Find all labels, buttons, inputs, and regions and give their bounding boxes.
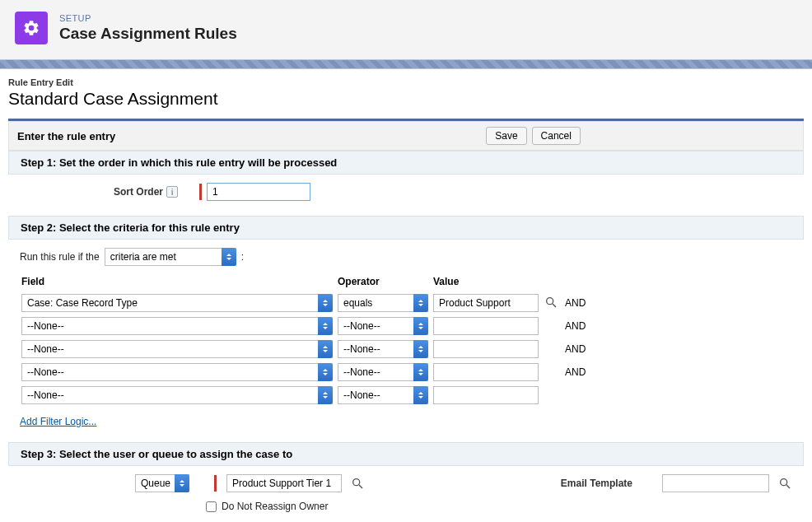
cancel-button[interactable]: Cancel xyxy=(532,127,581,145)
lookup-icon[interactable] xyxy=(544,295,558,310)
required-indicator xyxy=(199,184,202,200)
value-input[interactable] xyxy=(433,317,539,335)
and-label: AND xyxy=(565,292,589,314)
step3-header: Step 3: Select the user or queue to assi… xyxy=(8,442,804,466)
do-not-reassign-label: Do Not Reassign Owner xyxy=(222,501,328,512)
and-label: AND xyxy=(565,361,589,383)
header-ribbon xyxy=(0,59,812,69)
step1-header: Step 1: Set the order in which this rule… xyxy=(8,151,804,175)
breadcrumb: Rule Entry Edit xyxy=(8,77,804,87)
value-input[interactable] xyxy=(433,294,539,312)
setup-header: SETUP Case Assignment Rules xyxy=(0,0,812,59)
lookup-icon[interactable] xyxy=(350,476,365,491)
svg-point-2 xyxy=(353,479,360,486)
svg-point-4 xyxy=(781,479,787,486)
operator-select[interactable]: --None-- xyxy=(338,317,428,335)
run-rule-row: Run this rule if the criteria are met : xyxy=(20,248,792,266)
lookup-icon[interactable] xyxy=(777,476,792,491)
criteria-mode-select[interactable]: criteria are met xyxy=(105,248,236,266)
enter-rule-entry-header: Enter the rule entry Save Cancel xyxy=(8,121,804,151)
colon: : xyxy=(241,251,244,263)
svg-point-0 xyxy=(547,298,553,305)
operator-select[interactable]: equals xyxy=(338,294,428,312)
page-title: Case Assignment Rules xyxy=(59,25,237,43)
value-input[interactable] xyxy=(433,340,539,358)
info-icon[interactable]: i xyxy=(166,186,178,198)
email-template-label: Email Template xyxy=(561,478,632,489)
criteria-row: --None----None--AND xyxy=(21,361,589,383)
criteria-row: Case: Case Record TypeequalsAND xyxy=(21,292,589,314)
value-input[interactable] xyxy=(433,386,539,404)
sort-order-label: Sort Order xyxy=(23,186,163,198)
operator-select[interactable]: --None-- xyxy=(338,386,428,404)
criteria-row: --None----None--AND xyxy=(21,315,589,337)
criteria-row: --None----None--AND xyxy=(21,338,589,360)
rule-name-heading: Standard Case Assignment xyxy=(8,89,804,109)
svg-line-1 xyxy=(553,304,556,307)
svg-line-3 xyxy=(359,485,362,488)
required-indicator xyxy=(214,475,217,492)
col-operator: Operator xyxy=(338,276,432,291)
field-select[interactable]: --None-- xyxy=(21,363,333,381)
sort-order-input[interactable] xyxy=(207,183,310,201)
field-select[interactable]: --None-- xyxy=(21,317,333,335)
run-rule-prefix: Run this rule if the xyxy=(20,251,100,263)
col-field: Field xyxy=(21,276,336,291)
step2-header: Step 2: Select the criteria for this rul… xyxy=(8,216,804,240)
criteria-table: Field Operator Value Case: Case Record T… xyxy=(20,274,590,408)
field-select[interactable]: --None-- xyxy=(21,386,333,404)
and-label: AND xyxy=(565,338,589,360)
assignee-type-select[interactable]: Queue xyxy=(135,474,189,492)
criteria-row: --None----None-- xyxy=(21,385,589,406)
operator-select[interactable]: --None-- xyxy=(338,363,428,381)
svg-line-5 xyxy=(786,485,790,488)
save-button[interactable]: Save xyxy=(486,127,526,145)
email-template-input[interactable] xyxy=(662,474,769,492)
and-label xyxy=(565,385,589,406)
operator-select[interactable]: --None-- xyxy=(338,340,428,358)
gear-icon xyxy=(15,12,48,44)
col-value: Value xyxy=(433,276,542,291)
field-select[interactable]: --None-- xyxy=(21,340,333,358)
enter-rule-entry-title: Enter the rule entry xyxy=(17,130,115,142)
assignee-input[interactable] xyxy=(226,474,342,492)
field-select[interactable]: Case: Case Record Type xyxy=(21,294,333,312)
and-label: AND xyxy=(565,315,589,337)
value-input[interactable] xyxy=(433,363,539,381)
setup-label: SETUP xyxy=(59,13,237,23)
do-not-reassign-checkbox[interactable] xyxy=(206,501,217,512)
add-filter-logic-link[interactable]: Add Filter Logic... xyxy=(20,416,96,427)
